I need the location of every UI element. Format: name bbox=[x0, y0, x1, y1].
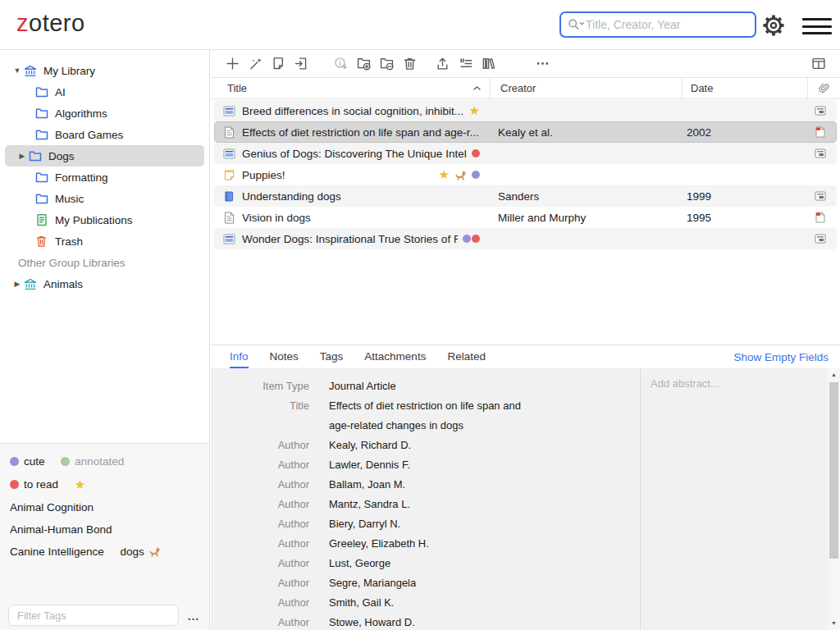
tab-info[interactable]: Info bbox=[230, 345, 249, 368]
column-header-attachments[interactable] bbox=[808, 78, 840, 98]
tag-annotated[interactable]: annotated bbox=[61, 450, 124, 472]
sidebar-item-label: AI bbox=[55, 86, 66, 98]
sidebar-item-my-library[interactable]: ▼ My Library bbox=[5, 60, 204, 81]
sidebar-item-board-games[interactable]: Board Games bbox=[5, 124, 204, 145]
add-to-collection-icon[interactable] bbox=[352, 53, 375, 75]
author-value[interactable]: Ballam, Joan M. bbox=[329, 475, 405, 495]
column-header-date[interactable]: Date bbox=[682, 78, 808, 98]
tag-selector-more-icon[interactable]: … bbox=[187, 609, 200, 623]
column-picker-icon[interactable] bbox=[807, 53, 830, 75]
tag-dogs[interactable]: dogs bbox=[120, 541, 160, 563]
abstract-field[interactable]: Add abstract... bbox=[641, 368, 828, 630]
sidebar-item-algorithms[interactable]: Algorithms bbox=[5, 103, 204, 124]
add-attachment-icon[interactable] bbox=[290, 53, 313, 75]
author-value[interactable]: Segre, Mariangela bbox=[329, 573, 416, 593]
author-value[interactable]: Biery, Darryl N. bbox=[329, 514, 400, 534]
twisty-closed-icon[interactable]: ▶ bbox=[11, 280, 23, 288]
author-value[interactable]: Greeley, Elizabeth H. bbox=[329, 534, 429, 554]
tab-notes[interactable]: Notes bbox=[270, 345, 299, 368]
collections-sidebar: ▼ My Library AI Algorithms Board Games bbox=[0, 50, 210, 630]
sidebar-item-music[interactable]: Music bbox=[5, 188, 204, 209]
publications-document-icon bbox=[34, 213, 48, 226]
dog-icon bbox=[148, 546, 161, 557]
note-item-icon bbox=[222, 169, 235, 181]
item-row[interactable]: Wonder Dogs: Inspirational True Stories … bbox=[214, 228, 837, 249]
show-empty-fields-link[interactable]: Show Empty Fields bbox=[733, 345, 829, 368]
author-value[interactable]: Stowe, Howard D. bbox=[329, 613, 415, 630]
metadata-fields: Item TypeJournal Article TitleEffects of… bbox=[211, 368, 641, 630]
gear-icon[interactable] bbox=[761, 13, 786, 38]
twisty-closed-icon[interactable]: ▶ bbox=[16, 152, 28, 160]
scroll-down-icon[interactable]: ▼ bbox=[831, 619, 837, 628]
sidebar-item-trash[interactable]: Trash bbox=[5, 231, 204, 252]
tab-attachments[interactable]: Attachments bbox=[364, 345, 426, 368]
folder-icon bbox=[34, 171, 48, 183]
details-tab-bar: Info Notes Tags Attachments Related Show… bbox=[211, 345, 840, 368]
author-value[interactable]: Lawler, Dennis F. bbox=[329, 455, 410, 475]
new-item-icon[interactable] bbox=[221, 53, 244, 75]
item-type-value[interactable]: Journal Article bbox=[329, 377, 396, 396]
item-row[interactable]: Genius of Dogs: Discovering The Unique I… bbox=[214, 143, 837, 164]
sidebar-item-label: Music bbox=[55, 193, 84, 205]
item-row[interactable]: Vision in dogs Miller and Murphy 1995 bbox=[214, 207, 837, 228]
purple-tag-emblem bbox=[463, 235, 471, 243]
author-value[interactable]: Lust, George bbox=[329, 554, 390, 573]
purple-tag-dot bbox=[10, 457, 19, 466]
move-to-trash-icon[interactable] bbox=[398, 53, 421, 75]
tag-animal-human-bond[interactable]: Animal-Human Bond bbox=[10, 518, 112, 541]
tag-animal-cognition[interactable]: Animal Cognition bbox=[10, 496, 94, 518]
tag-canine-intelligence[interactable]: Canine Intelligence bbox=[10, 541, 104, 563]
collections-tree: ▼ My Library AI Algorithms Board Games bbox=[0, 50, 209, 294]
tab-related[interactable]: Related bbox=[447, 345, 486, 368]
details-scrollbar[interactable]: ▲ ▼ bbox=[828, 368, 840, 630]
sidebar-item-dogs[interactable]: ▶ Dogs bbox=[5, 145, 204, 167]
items-pane: Title Creator Date Breed differences in … bbox=[211, 50, 840, 630]
group-library-icon bbox=[23, 278, 37, 290]
tag-to-read[interactable]: to read bbox=[10, 473, 58, 495]
red-tag-dot bbox=[10, 480, 19, 489]
retrieve-metadata-icon[interactable] bbox=[329, 53, 352, 75]
item-row-selected[interactable]: Effects of diet restriction on life span… bbox=[214, 121, 837, 143]
filter-tags-input[interactable] bbox=[8, 605, 179, 626]
scrollbar-thumb[interactable] bbox=[829, 382, 838, 559]
sidebar-item-label: My Publications bbox=[55, 214, 133, 226]
item-row[interactable]: Understanding dogs Sanders 1999 bbox=[214, 185, 837, 207]
item-row[interactable]: Breed differences in social cognition, i… bbox=[214, 100, 837, 121]
search-input[interactable] bbox=[586, 18, 748, 31]
tag-cute[interactable]: cute bbox=[10, 450, 45, 472]
sidebar-item-ai[interactable]: AI bbox=[5, 81, 204, 103]
folder-icon bbox=[34, 193, 48, 204]
tab-tags[interactable]: Tags bbox=[320, 345, 344, 368]
item-row[interactable]: Puppies! ★ bbox=[214, 164, 837, 185]
sidebar-item-animals[interactable]: ▶ Animals bbox=[5, 273, 204, 294]
export-icon[interactable] bbox=[431, 53, 454, 75]
library-lookup-icon[interactable] bbox=[477, 53, 500, 75]
book-item-icon bbox=[222, 190, 235, 203]
new-note-icon[interactable] bbox=[267, 53, 290, 75]
sidebar-item-my-publications[interactable]: My Publications bbox=[5, 209, 204, 231]
column-header-creator[interactable]: Creator bbox=[491, 78, 682, 98]
column-header-title[interactable]: Title bbox=[211, 78, 491, 98]
sidebar-item-label: Board Games bbox=[55, 129, 123, 141]
folder-icon bbox=[34, 86, 48, 98]
author-value[interactable]: Smith, Gail K. bbox=[329, 593, 394, 613]
search-icon[interactable] bbox=[568, 18, 586, 31]
remove-from-collection-icon[interactable] bbox=[375, 53, 398, 75]
tag-star[interactable]: ★ bbox=[75, 473, 85, 495]
scroll-up-icon[interactable]: ▲ bbox=[831, 371, 837, 379]
search-box[interactable] bbox=[559, 11, 756, 38]
author-value[interactable]: Kealy, Richard D. bbox=[329, 436, 411, 455]
library-icon bbox=[23, 65, 37, 77]
sort-ascending-icon bbox=[472, 85, 482, 91]
add-by-identifier-wand-icon[interactable] bbox=[244, 53, 267, 75]
twisty-open-icon[interactable]: ▼ bbox=[11, 66, 23, 75]
sidebar-item-label: Formatting bbox=[55, 171, 108, 184]
more-options-icon[interactable] bbox=[531, 53, 554, 75]
title-value[interactable]: Effects of diet restriction on life span… bbox=[329, 396, 532, 436]
star-emblem-icon: ★ bbox=[439, 167, 450, 182]
sidebar-item-formatting[interactable]: Formatting bbox=[5, 167, 204, 188]
menu-icon[interactable] bbox=[802, 18, 832, 34]
create-bibliography-icon[interactable] bbox=[454, 53, 477, 75]
author-value[interactable]: Mantz, Sandra L. bbox=[329, 495, 410, 514]
snapshot-attachment-icon bbox=[815, 148, 826, 158]
